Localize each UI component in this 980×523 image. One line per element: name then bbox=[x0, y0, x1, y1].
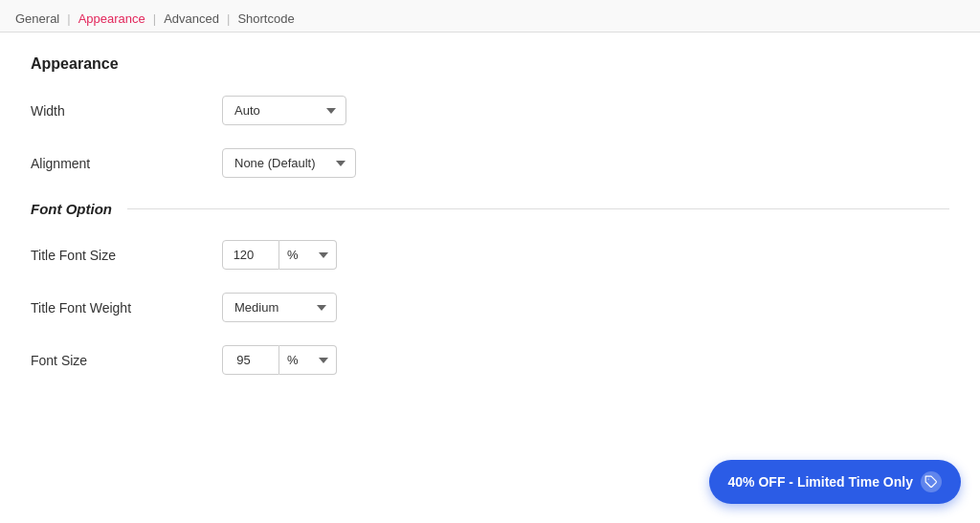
width-control: Auto Full Width Custom bbox=[222, 96, 346, 125]
width-label: Width bbox=[31, 103, 222, 119]
title-font-size-row: Title Font Size % px em rem bbox=[31, 240, 949, 270]
font-size-input[interactable] bbox=[222, 345, 279, 375]
alignment-label: Alignment bbox=[31, 156, 222, 171]
title-font-size-control: % px em rem bbox=[222, 240, 337, 270]
title-font-weight-control: Thin Light Normal Medium Semi Bold Bold … bbox=[222, 293, 337, 322]
appearance-section-title: Appearance bbox=[31, 55, 949, 73]
font-size-unit-select[interactable]: % px em rem bbox=[279, 345, 337, 375]
title-font-size-label: Title Font Size bbox=[31, 248, 222, 263]
width-select[interactable]: Auto Full Width Custom bbox=[222, 96, 346, 125]
title-font-weight-select[interactable]: Thin Light Normal Medium Semi Bold Bold … bbox=[222, 293, 337, 322]
tab-sep-1: | bbox=[63, 11, 74, 26]
alignment-control: None (Default) Left Center Right bbox=[222, 148, 356, 178]
font-size-row: Font Size % px em rem bbox=[31, 345, 949, 375]
tab-general[interactable]: General bbox=[11, 6, 63, 32]
width-row: Width Auto Full Width Custom bbox=[31, 96, 949, 125]
title-font-weight-label: Title Font Weight bbox=[31, 300, 222, 316]
title-font-size-unit-select[interactable]: % px em rem bbox=[279, 240, 337, 270]
tab-advanced[interactable]: Advanced bbox=[160, 6, 223, 32]
main-content: Appearance Width Auto Full Width Custom … bbox=[0, 33, 980, 421]
font-option-header: Font Option bbox=[31, 201, 949, 217]
title-font-size-input[interactable] bbox=[222, 240, 279, 270]
font-option-title: Font Option bbox=[31, 201, 112, 217]
alignment-select[interactable]: None (Default) Left Center Right bbox=[222, 148, 356, 178]
tab-shortcode[interactable]: Shortcode bbox=[234, 6, 298, 32]
tab-bar: General | Appearance | Advanced | Shortc… bbox=[0, 0, 980, 33]
tab-sep-2: | bbox=[149, 11, 160, 26]
font-size-label: Font Size bbox=[31, 353, 222, 368]
font-option-divider bbox=[127, 208, 949, 209]
title-font-weight-row: Title Font Weight Thin Light Normal Medi… bbox=[31, 293, 949, 322]
tab-sep-3: | bbox=[223, 11, 234, 26]
tab-appearance[interactable]: Appearance bbox=[75, 6, 149, 32]
font-size-control: % px em rem bbox=[222, 345, 337, 375]
alignment-row: Alignment None (Default) Left Center Rig… bbox=[31, 148, 949, 178]
